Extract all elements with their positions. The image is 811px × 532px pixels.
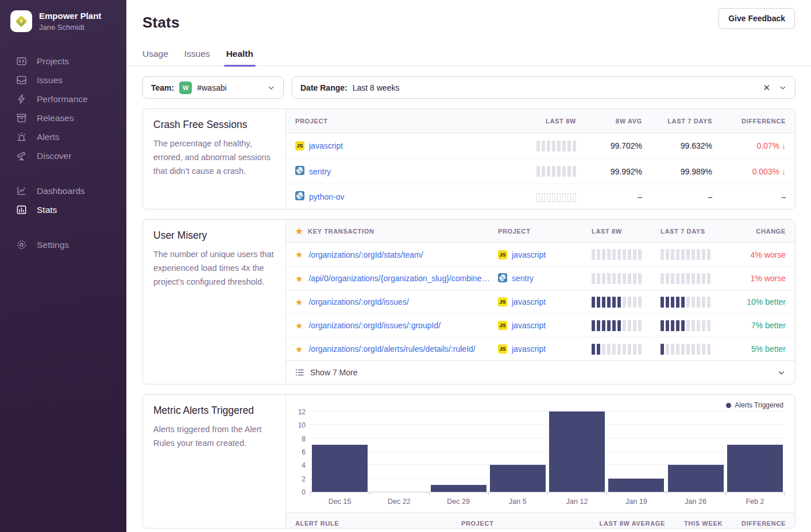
project-link[interactable]: javascript <box>309 141 343 150</box>
org-switcher[interactable]: Empower Plant Jane Schmidt <box>0 0 126 41</box>
javascript-platform-icon: JS <box>498 321 507 330</box>
project-link[interactable]: python-ov <box>309 192 344 201</box>
sparkline-last-8w-empty <box>536 191 576 202</box>
sidebar-item-projects[interactable]: Projects <box>0 52 126 71</box>
chart-bar <box>725 412 785 492</box>
project-link[interactable]: javascript <box>512 250 546 259</box>
sidebar-item-label: Discover <box>37 151 71 161</box>
date-range-value: Last 8 weeks <box>353 83 400 92</box>
sidebar-item-label: Alerts <box>37 132 60 142</box>
chart-bar <box>488 412 547 492</box>
transaction-link[interactable]: /api/0/organizations/{organization_slug}… <box>308 274 489 283</box>
nav-group-settings: Settings <box>0 235 126 254</box>
col-change: CHANGE <box>756 228 786 235</box>
sidebar-item-issues[interactable]: Issues <box>0 71 126 90</box>
sidebar-item-label: Projects <box>37 56 69 67</box>
metric-alerts-description: Metric Alerts Triggered Alerts triggered… <box>143 395 286 528</box>
sparkline-last-7-days <box>661 320 728 331</box>
tab-usage[interactable]: Usage <box>142 49 168 65</box>
show-more-label: Show 7 More <box>310 368 357 377</box>
python-platform-icon <box>295 191 304 202</box>
gear-icon <box>16 239 27 250</box>
sparkline-last-8w <box>592 297 661 308</box>
alerts-chart: Alerts Triggered 024681012 Dec 15Dec 22D… <box>286 395 795 506</box>
nav-group-dashboards: Dashboards Stats <box>0 181 126 219</box>
col-8w-avg: 8W AVG <box>616 118 642 125</box>
sidebar-item-settings[interactable]: Settings <box>0 235 126 254</box>
col-project: PROJECT <box>295 118 499 125</box>
project-link[interactable]: javascript <box>512 297 546 306</box>
give-feedback-button[interactable]: Give Feedback <box>719 8 795 29</box>
change-value: 10% better <box>747 297 786 306</box>
col-alert-rule: ALERT RULE <box>295 520 461 527</box>
x-tick-label: Dec 22 <box>369 492 428 506</box>
tab-health[interactable]: Health <box>226 49 253 65</box>
page-title: Stats <box>142 14 795 32</box>
show-more-button[interactable]: Show 7 More <box>286 360 795 384</box>
col-last-8w: LAST 8W <box>546 118 576 125</box>
page-header: Stats Give Feedback <box>126 0 811 32</box>
transaction-link[interactable]: /organizations/:orgId/issues/:groupId/ <box>308 321 441 330</box>
chart-legend: Alerts Triggered <box>292 401 783 410</box>
change-value: 5% better <box>751 344 786 354</box>
sidebar-item-label: Performance <box>37 94 88 104</box>
panel-title: Crash Free Sessions <box>153 119 275 131</box>
user-misery-description: User Misery The number of unique users t… <box>143 220 286 384</box>
sidebar: Empower Plant Jane Schmidt Projects Issu… <box>0 0 126 532</box>
star-icon[interactable]: ★ <box>295 345 303 354</box>
transaction-link[interactable]: /organizations/:orgId/issues/ <box>308 297 408 306</box>
stats-icon <box>16 204 27 215</box>
project-link[interactable]: javascript <box>512 321 546 330</box>
sidebar-item-performance[interactable]: Performance <box>0 90 126 108</box>
transaction-link[interactable]: /organizations/:orgId/alerts/rules/detai… <box>308 344 475 354</box>
sidebar-item-stats[interactable]: Stats <box>0 200 126 219</box>
user-name: Jane Schmidt <box>39 23 101 32</box>
legend-label: Alerts Triggered <box>735 401 783 409</box>
star-icon: ★ <box>295 227 303 235</box>
project-link[interactable]: javascript <box>512 344 546 354</box>
sparkline-last-7-days <box>661 297 728 308</box>
tab-issues[interactable]: Issues <box>184 49 210 65</box>
chart-bar <box>429 412 488 492</box>
difference-value: 0.003% <box>752 167 779 176</box>
sidebar-item-label: Settings <box>37 240 69 250</box>
performance-icon <box>16 94 27 104</box>
project-link[interactable]: sentry <box>309 167 331 176</box>
team-select-value: #wasabi <box>197 83 226 92</box>
col-this-week: THIS WEEK <box>684 520 723 527</box>
project-link[interactable]: sentry <box>512 274 534 283</box>
sidebar-item-dashboards[interactable]: Dashboards <box>0 181 126 200</box>
sparkline-last-8w <box>592 320 661 331</box>
chart-bar <box>310 412 369 492</box>
difference-value: – <box>781 192 786 201</box>
clear-date-icon[interactable]: ✕ <box>763 83 770 93</box>
star-icon[interactable]: ★ <box>295 250 303 259</box>
sidebar-item-releases[interactable]: Releases <box>0 108 126 127</box>
x-tick-label: Jan 12 <box>547 492 607 506</box>
date-range-select[interactable]: Date Range: Last 8 weeks ✕ <box>292 76 795 99</box>
chart-plot <box>310 412 785 492</box>
col-last-8w: LAST 8W <box>592 228 661 235</box>
star-icon[interactable]: ★ <box>295 298 303 306</box>
team-select[interactable]: Team: W #wasabi <box>142 76 284 99</box>
col-last-7-days: LAST 7 DAYS <box>661 228 728 235</box>
x-tick-label: Jan 26 <box>666 492 725 506</box>
crash-free-sessions-panel: Crash Free Sessions The percentage of he… <box>142 108 795 209</box>
sidebar-item-label: Dashboards <box>37 186 85 196</box>
chart-bar <box>547 412 607 492</box>
javascript-platform-icon: JS <box>498 344 507 354</box>
sidebar-item-label: Releases <box>37 113 74 123</box>
chart-bar <box>369 412 428 492</box>
chevron-down-icon <box>777 368 786 377</box>
sidebar-item-alerts[interactable]: Alerts <box>0 127 126 146</box>
table-row: ★/api/0/organizations/{organization_slug… <box>286 266 795 290</box>
discover-icon <box>16 150 27 161</box>
sparkline-last-8w <box>592 344 661 355</box>
transaction-link[interactable]: /organizations/:orgId/stats/team/ <box>308 250 423 259</box>
sidebar-item-discover[interactable]: Discover <box>0 146 126 165</box>
star-icon[interactable]: ★ <box>295 321 303 330</box>
org-logo <box>10 10 32 32</box>
panel-subtitle: Alerts triggered from the Alert Rules yo… <box>153 423 275 451</box>
star-icon[interactable]: ★ <box>295 274 303 283</box>
javascript-platform-icon: JS <box>498 297 507 306</box>
